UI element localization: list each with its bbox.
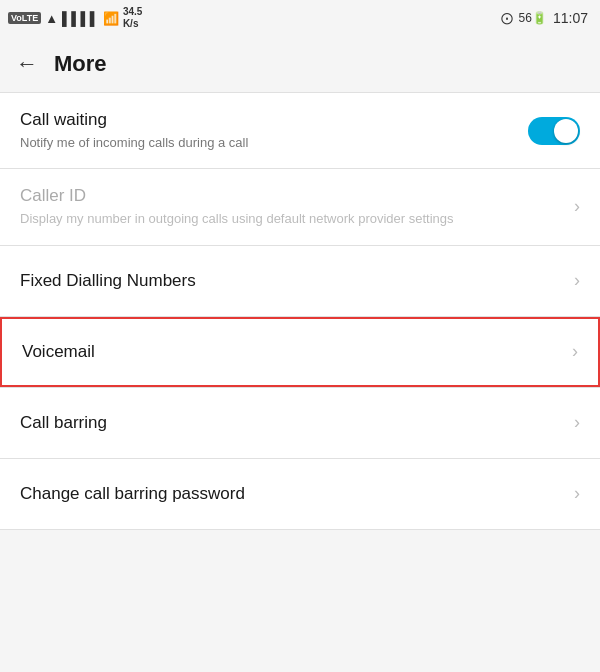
setting-row-call-waiting[interactable]: Call waiting Notify me of incoming calls… [0, 93, 600, 168]
volte-badge: VoLTE [8, 12, 41, 24]
setting-row-fixed-dialling[interactable]: Fixed Dialling Numbers › [0, 246, 600, 316]
status-right: ⨀ 56🔋 11:07 [501, 10, 588, 26]
setting-row-call-barring[interactable]: Call barring › [0, 388, 600, 458]
signal-bars-icon: ▌▌▌▌ [62, 11, 99, 26]
setting-desc-caller-id: Display my number in outgoing calls usin… [20, 210, 562, 228]
setting-title-fixed-dialling: Fixed Dialling Numbers [20, 270, 562, 292]
chevron-voicemail: › [572, 341, 578, 362]
bluetooth-icon: ⨀ [501, 11, 513, 25]
page-title: More [54, 51, 107, 77]
setting-text-voicemail: Voicemail [22, 341, 572, 363]
status-left: VoLTE ▲ ▌▌▌▌ 📶 34.5 K/s [8, 6, 142, 30]
setting-text-change-barring-password: Change call barring password [20, 483, 574, 505]
divider-6 [0, 529, 600, 530]
setting-row-caller-id[interactable]: Caller ID Display my number in outgoing … [0, 169, 600, 244]
battery-text: 56 [519, 11, 532, 25]
setting-title-voicemail: Voicemail [22, 341, 560, 363]
back-button[interactable]: ← [16, 51, 38, 77]
chevron-caller-id: › [574, 196, 580, 217]
call-waiting-toggle[interactable] [528, 117, 580, 145]
chevron-fixed-dialling: › [574, 270, 580, 291]
chevron-change-barring-password: › [574, 483, 580, 504]
network-icon: ▲ [45, 11, 58, 26]
status-bar: VoLTE ▲ ▌▌▌▌ 📶 34.5 K/s ⨀ 56🔋 11:07 [0, 0, 600, 36]
chevron-call-barring: › [574, 412, 580, 433]
battery-indicator: 56🔋 [519, 11, 547, 25]
setting-text-call-waiting: Call waiting Notify me of incoming calls… [20, 109, 528, 152]
setting-title-call-waiting: Call waiting [20, 109, 516, 131]
setting-row-change-barring-password[interactable]: Change call barring password › [0, 459, 600, 529]
clock: 11:07 [553, 10, 588, 26]
setting-text-fixed-dialling: Fixed Dialling Numbers [20, 270, 574, 292]
setting-title-call-barring: Call barring [20, 412, 562, 434]
settings-list: Call waiting Notify me of incoming calls… [0, 92, 600, 530]
setting-title-change-barring-password: Change call barring password [20, 483, 562, 505]
setting-text-call-barring: Call barring [20, 412, 574, 434]
setting-desc-call-waiting: Notify me of incoming calls during a cal… [20, 134, 516, 152]
speed-text: 34.5 K/s [123, 6, 142, 30]
wifi-icon: 📶 [103, 11, 119, 26]
top-bar: ← More [0, 36, 600, 92]
setting-title-caller-id: Caller ID [20, 185, 562, 207]
setting-row-voicemail[interactable]: Voicemail › [0, 317, 600, 387]
setting-text-caller-id: Caller ID Display my number in outgoing … [20, 185, 574, 228]
